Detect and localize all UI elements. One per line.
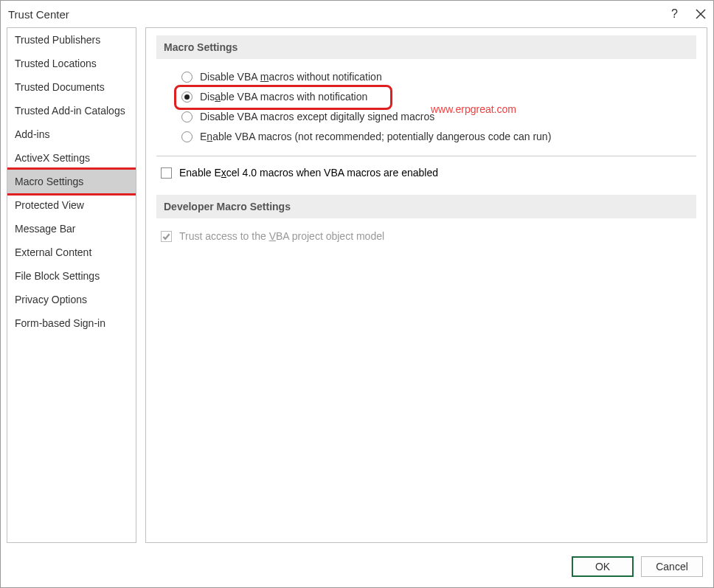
sidebar-item-macro-settings[interactable]: Macro Settings bbox=[7, 170, 136, 193]
sidebar-item-privacy-options[interactable]: Privacy Options bbox=[7, 288, 136, 311]
radio-icon bbox=[181, 131, 193, 142]
macro-settings-radio-group: Disable VBA macros without notification … bbox=[156, 71, 696, 142]
cancel-button[interactable]: Cancel bbox=[641, 556, 703, 577]
radio-label: Enable VBA macros (not recommended; pote… bbox=[200, 131, 551, 142]
checkbox-label: Trust access to the VBA project object m… bbox=[179, 230, 384, 242]
sidebar: Trusted Publishers Trusted Locations Tru… bbox=[7, 27, 136, 543]
dialog-title: Trust Center bbox=[8, 8, 671, 21]
sidebar-item-external-content[interactable]: External Content bbox=[7, 241, 136, 264]
titlebar: Trust Center ? bbox=[1, 1, 713, 27]
radio-label: Disable VBA macros without notification bbox=[200, 71, 382, 83]
sidebar-item-trusted-locations[interactable]: Trusted Locations bbox=[7, 52, 136, 75]
radio-icon bbox=[181, 91, 193, 103]
radio-label: Disable VBA macros with notification bbox=[200, 91, 367, 103]
sidebar-item-trusted-publishers[interactable]: Trusted Publishers bbox=[7, 28, 136, 52]
sidebar-item-addins[interactable]: Add-ins bbox=[7, 122, 136, 146]
button-bar: OK Cancel bbox=[1, 549, 713, 587]
checkbox-trust-vba-access: Trust access to the VBA project object m… bbox=[156, 230, 696, 242]
radio-icon bbox=[181, 111, 193, 122]
separator bbox=[156, 156, 696, 156]
radio-disable-without-notification[interactable]: Disable VBA macros without notification bbox=[181, 71, 696, 83]
ok-button[interactable]: OK bbox=[572, 556, 634, 577]
sidebar-item-message-bar[interactable]: Message Bar bbox=[7, 217, 136, 241]
sidebar-item-form-based-signin[interactable]: Form-based Sign-in bbox=[7, 311, 136, 335]
sidebar-item-activex-settings[interactable]: ActiveX Settings bbox=[7, 146, 136, 170]
sidebar-item-trusted-addin-catalogs[interactable]: Trusted Add-in Catalogs bbox=[7, 99, 136, 122]
sidebar-item-file-block-settings[interactable]: File Block Settings bbox=[7, 264, 136, 288]
radio-icon bbox=[181, 72, 193, 83]
help-icon[interactable]: ? bbox=[671, 7, 678, 21]
checkbox-icon bbox=[161, 167, 172, 179]
checkbox-enable-excel4-macros[interactable]: Enable Excel 4.0 macros when VBA macros … bbox=[156, 167, 696, 179]
section-header-developer-macro: Developer Macro Settings bbox=[156, 195, 696, 218]
radio-disable-with-notification[interactable]: Disable VBA macros with notification bbox=[181, 91, 696, 103]
main-panel: Macro Settings Disable VBA macros withou… bbox=[145, 27, 707, 543]
close-icon[interactable] bbox=[696, 9, 706, 19]
titlebar-controls: ? bbox=[671, 7, 706, 21]
checkbox-icon bbox=[161, 231, 172, 242]
checkbox-label: Enable Excel 4.0 macros when VBA macros … bbox=[179, 167, 438, 179]
sidebar-item-protected-view[interactable]: Protected View bbox=[7, 193, 136, 217]
sidebar-item-trusted-documents[interactable]: Trusted Documents bbox=[7, 75, 136, 99]
watermark-text: www.erpgreat.com bbox=[431, 103, 516, 115]
radio-label: Disable VBA macros except digitally sign… bbox=[200, 111, 434, 122]
radio-enable-all-macros[interactable]: Enable VBA macros (not recommended; pote… bbox=[181, 131, 696, 142]
section-header-macro-settings: Macro Settings bbox=[156, 35, 696, 59]
